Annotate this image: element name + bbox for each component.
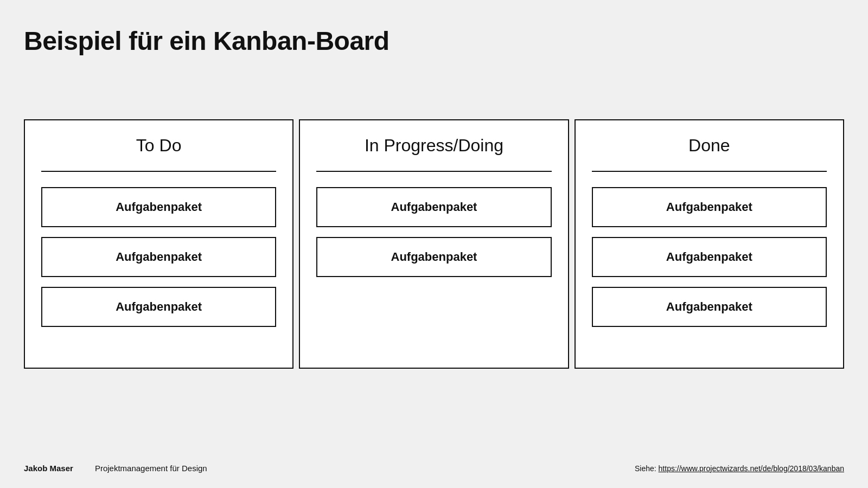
task-card: Aufgabenpaket: [316, 237, 551, 277]
task-card: Aufgabenpaket: [41, 237, 276, 277]
task-card: Aufgabenpaket: [41, 287, 276, 327]
footer: Jakob Maser Projektmanagement für Design…: [24, 464, 844, 473]
footer-author: Jakob Maser: [24, 464, 73, 473]
done-cards: Aufgabenpaket Aufgabenpaket Aufgabenpake…: [592, 187, 827, 327]
task-card: Aufgabenpaket: [316, 187, 551, 227]
column-done: Done Aufgabenpaket Aufgabenpaket Aufgabe…: [575, 119, 844, 369]
footer-left: Jakob Maser Projektmanagement für Design: [24, 464, 207, 473]
footer-source-link[interactable]: https://www.projectwizards.net/de/blog/2…: [659, 464, 844, 473]
column-todo-header: To Do: [41, 120, 276, 172]
footer-course: Projektmanagement für Design: [95, 464, 207, 473]
column-in-progress: In Progress/Doing Aufgabenpaket Aufgaben…: [299, 119, 569, 369]
todo-cards: Aufgabenpaket Aufgabenpaket Aufgabenpake…: [41, 187, 276, 327]
kanban-board: To Do Aufgabenpaket Aufgabenpaket Aufgab…: [24, 119, 844, 369]
task-card: Aufgabenpaket: [592, 187, 827, 227]
task-card: Aufgabenpaket: [592, 287, 827, 327]
in-progress-cards: Aufgabenpaket Aufgabenpaket: [316, 187, 551, 277]
task-card: Aufgabenpaket: [41, 187, 276, 227]
footer-source: Siehe: https://www.projectwizards.net/de…: [635, 464, 844, 473]
column-done-header: Done: [592, 120, 827, 172]
page-title: Beispiel für ein Kanban-Board: [24, 26, 390, 56]
footer-source-prefix: Siehe:: [635, 464, 659, 473]
column-todo: To Do Aufgabenpaket Aufgabenpaket Aufgab…: [24, 119, 293, 369]
column-in-progress-header: In Progress/Doing: [316, 120, 551, 172]
task-card: Aufgabenpaket: [592, 237, 827, 277]
